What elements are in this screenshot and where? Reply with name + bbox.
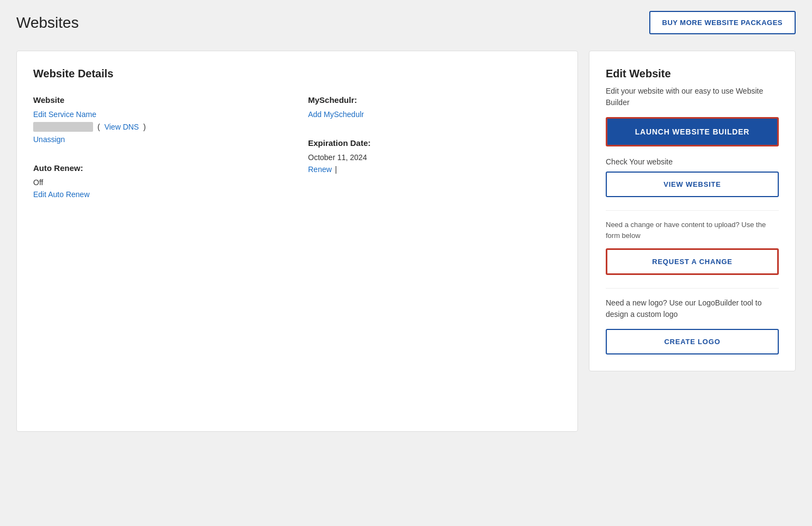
add-myschedulr-link[interactable]: Add MySchedulr xyxy=(308,110,561,119)
left-col: Website Edit Service Name ( View DNS ) U… xyxy=(33,95,297,218)
left-panel: Website Details Website Edit Service Nam… xyxy=(16,51,578,432)
create-logo-button[interactable]: CREATE LOGO xyxy=(606,329,779,354)
request-change-description: Need a change or have content to upload?… xyxy=(606,219,779,241)
dns-row: ( View DNS ) xyxy=(33,122,286,132)
edit-auto-renew-link[interactable]: Edit Auto Renew xyxy=(33,190,286,199)
auto-renew-value: Off xyxy=(33,178,286,187)
divider xyxy=(606,210,779,211)
unassign-link[interactable]: Unassign xyxy=(33,135,286,144)
dns-paren-open: ( xyxy=(97,123,100,131)
page-header: Websites BUY MORE WEBSITE PACKAGES xyxy=(16,11,796,34)
buy-more-button[interactable]: BUY MORE WEBSITE PACKAGES xyxy=(649,11,796,34)
request-change-button[interactable]: REQUEST A CHANGE xyxy=(606,248,779,275)
myschedulr-label: MySchedulr: xyxy=(308,95,561,105)
launch-website-builder-button[interactable]: LAUNCH WEBSITE BUILDER xyxy=(606,117,779,146)
dns-paren-close: ) xyxy=(143,123,146,131)
myschedulr-section: MySchedulr: Add MySchedulr xyxy=(308,95,561,119)
auto-renew-label: Auto Renew: xyxy=(33,163,286,173)
main-content: Website Details Website Edit Service Nam… xyxy=(16,51,796,432)
check-website-label: Check Your website xyxy=(606,157,779,166)
view-dns-link[interactable]: View DNS xyxy=(104,123,139,131)
edit-website-title: Edit Website xyxy=(606,68,779,80)
right-panel: Edit Website Edit your website with our … xyxy=(589,51,796,371)
divider-2 xyxy=(606,288,779,289)
pipe-separator: | xyxy=(335,165,337,174)
right-col: MySchedulr: Add MySchedulr Expiration Da… xyxy=(297,95,561,218)
edit-service-name-link[interactable]: Edit Service Name xyxy=(33,110,286,119)
auto-renew-section: Auto Renew: Off Edit Auto Renew xyxy=(33,163,286,199)
details-grid: Website Edit Service Name ( View DNS ) U… xyxy=(33,95,561,218)
website-details-title: Website Details xyxy=(33,68,561,80)
page-title: Websites xyxy=(16,14,79,32)
expiration-date-value: October 11, 2024 xyxy=(308,153,561,162)
website-label: Website xyxy=(33,95,286,105)
expiration-section: Expiration Date: October 11, 2024 Renew … xyxy=(308,138,561,174)
website-section: Website Edit Service Name ( View DNS ) U… xyxy=(33,95,286,144)
edit-website-description: Edit your website with our easy to use W… xyxy=(606,85,779,108)
renew-link[interactable]: Renew xyxy=(308,165,332,174)
blurred-domain xyxy=(33,122,93,132)
logo-description: Need a new logo? Use our LogoBuilder too… xyxy=(606,297,779,320)
view-website-button[interactable]: VIEW WEBSITE xyxy=(606,172,779,197)
expiration-date-label: Expiration Date: xyxy=(308,138,561,148)
